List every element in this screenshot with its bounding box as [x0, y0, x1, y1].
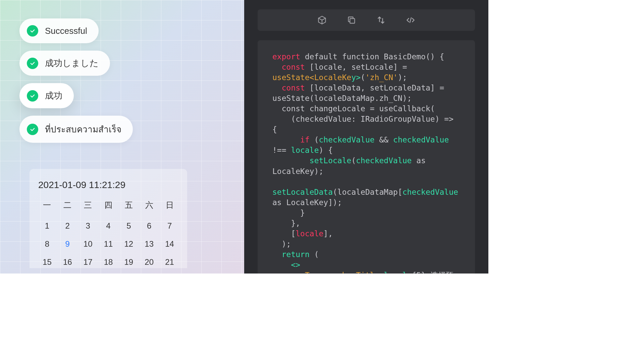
- calendar-day[interactable]: 2: [57, 220, 78, 232]
- calendar-day[interactable]: 16: [57, 256, 78, 268]
- svg-rect-0: [350, 18, 355, 23]
- calendar-day[interactable]: 10: [78, 238, 98, 250]
- code-icon[interactable]: [406, 15, 415, 25]
- calendar-day[interactable]: 4: [98, 220, 119, 232]
- status-pill[interactable]: 成功: [19, 83, 74, 108]
- calendar-day[interactable]: 9: [57, 238, 78, 250]
- calendar-day[interactable]: 18: [98, 256, 119, 268]
- weekday-header: 三: [78, 200, 98, 214]
- calendar-day[interactable]: 5: [118, 220, 139, 232]
- calendar-day[interactable]: 20: [139, 256, 159, 268]
- calendar-day[interactable]: 14: [159, 238, 180, 250]
- calendar-day[interactable]: 11: [98, 238, 119, 250]
- weekday-header: 五: [118, 200, 139, 214]
- check-circle-icon: [27, 58, 38, 69]
- calendar-grid: 一二三四五六日123456789101112131415161718192021: [37, 200, 180, 268]
- code-editor[interactable]: export default function BasicDemo() { co…: [258, 40, 475, 274]
- status-pill-list: Successful 成功しました 成功 ที่ประสบความสำเร็จ: [19, 18, 133, 143]
- copy-icon[interactable]: [347, 15, 356, 25]
- calendar-card: 2021-01-09 11:21:29 一二三四五六日1234567891011…: [30, 169, 187, 268]
- package-icon[interactable]: [317, 15, 327, 25]
- check-circle-icon: [27, 25, 38, 37]
- status-pill[interactable]: 成功しました: [19, 51, 110, 76]
- calendar-day[interactable]: 8: [37, 238, 57, 250]
- calendar-day[interactable]: 19: [118, 256, 139, 268]
- status-pill[interactable]: ที่ประสบความสำเร็จ: [19, 116, 133, 143]
- calendar-day[interactable]: 13: [139, 238, 159, 250]
- calendar-day[interactable]: 1: [37, 220, 57, 232]
- calendar-day[interactable]: 15: [37, 256, 57, 268]
- pill-label: 成功: [45, 90, 62, 102]
- calendar-day[interactable]: 12: [118, 238, 139, 250]
- code-toolbar: [258, 9, 475, 31]
- calendar-day[interactable]: 6: [139, 220, 159, 232]
- status-pill[interactable]: Successful: [19, 18, 99, 43]
- code-content: export default function BasicDemo() { co…: [272, 52, 460, 274]
- weekday-header: 六: [139, 200, 159, 214]
- pill-label: ที่ประสบความสำเร็จ: [45, 122, 121, 136]
- sort-icon[interactable]: [376, 15, 386, 25]
- weekday-header: 四: [98, 200, 119, 214]
- code-panel-container: export default function BasicDemo() { co…: [244, 0, 488, 274]
- weekday-header: 一: [37, 200, 57, 214]
- check-circle-icon: [27, 124, 38, 135]
- weekday-header: 日: [159, 200, 180, 214]
- calendar-day[interactable]: 21: [159, 256, 180, 268]
- check-circle-icon: [27, 90, 38, 102]
- weekday-header: 二: [57, 200, 78, 214]
- calendar-datetime-title: 2021-01-09 11:21:29: [37, 180, 180, 190]
- pill-label: Successful: [45, 26, 87, 36]
- pill-label: 成功しました: [45, 57, 99, 69]
- calendar-day[interactable]: 7: [159, 220, 180, 232]
- calendar-day[interactable]: 17: [78, 256, 98, 268]
- calendar-day[interactable]: 3: [78, 220, 98, 232]
- preview-panel: Successful 成功しました 成功 ที่ประสบความสำเร็จ …: [0, 0, 244, 274]
